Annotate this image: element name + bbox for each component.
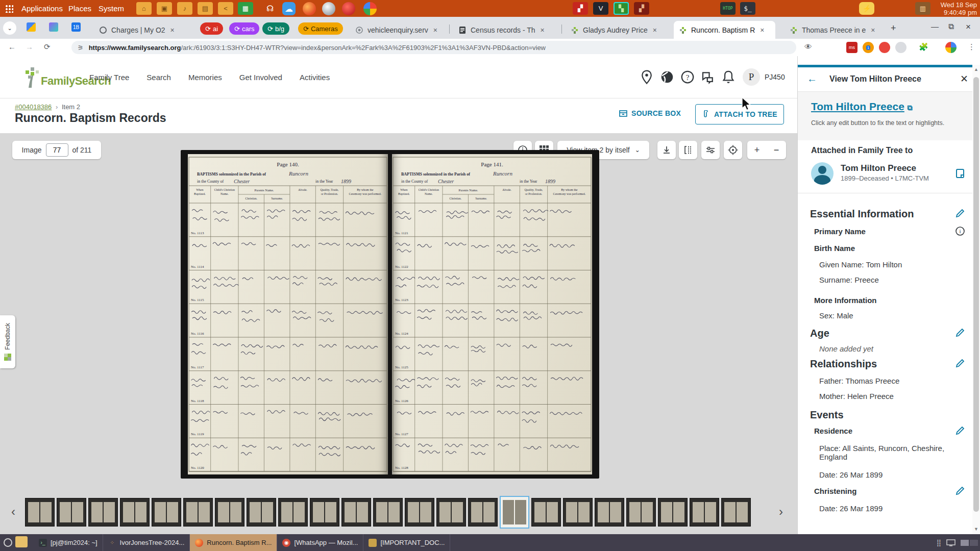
filmstrip-thumbnail[interactable] [468,498,498,527]
bookmark-app-icon[interactable] [49,22,58,32]
menu-applications[interactable]: Applications [17,0,67,17]
filmstrip-thumbnail[interactable] [183,498,213,527]
taskbar-grid-dots-icon[interactable]: ⣿ [936,539,941,546]
tab-vehicleenquiry[interactable]: vehicleenquiry.serv× [350,21,445,39]
panel-close-icon[interactable]: ✕ [960,73,968,85]
source-doc-icon[interactable] [955,168,965,179]
extension-pink-icon[interactable] [879,42,890,53]
person-avatar[interactable] [811,162,834,185]
menu-system[interactable]: System [94,0,128,17]
locate-button[interactable] [724,141,742,159]
taskbar-item-terminal[interactable]: ›_ [pj@tim2024: ~] [34,534,103,551]
back-arrow-icon[interactable]: ← [807,73,817,85]
zoom-in-button[interactable]: + [747,145,767,156]
notifications-bell-icon[interactable] [721,69,736,85]
nav-get-involved[interactable]: Get Involved [239,73,282,82]
cloud-icon[interactable]: ☁ [282,2,296,15]
url-address-bar[interactable]: ⚞ https://www.familysearch.org/ark:/6190… [71,41,796,54]
tab-close-icon[interactable]: × [433,26,437,34]
filmstrip-next-icon[interactable]: › [779,505,783,519]
extensions-puzzle-icon[interactable]: 🧩 [919,42,928,52]
tray-icon-v[interactable]: V [593,2,608,15]
tab-thomas-preece[interactable]: Thomas Preece in e× [785,21,881,39]
taskbar-item-important-doc[interactable]: [IMPORTANT_DOC... [363,534,450,551]
taskbar-item-ivorjonestree[interactable]: ⁘ IvorJonesTree-2024... [103,534,190,551]
filmstrip-thumbnail[interactable] [531,498,561,527]
tab-group-ai[interactable]: ⟳ai [200,22,223,35]
filmstrip-thumbnail[interactable] [88,498,118,527]
tab-charges-my-o2[interactable]: Charges | My O2× [94,21,188,39]
tab-gladys-audrey-price[interactable]: Gladys Audrey Price× [566,21,663,39]
variety-anchor-icon[interactable]: ☊ [262,2,278,15]
edit-pencil-icon[interactable] [955,425,965,436]
suitcase-avatar-icon[interactable]: ▥ [915,2,930,15]
filmstrip-thumbnail[interactable] [436,498,466,527]
music-folder-icon[interactable]: ♪ [177,2,192,15]
window-minimize-button[interactable]: — [931,22,939,31]
globe-icon[interactable] [659,69,675,85]
scrollbar-thumb[interactable] [973,77,979,512]
htop-icon[interactable]: HTOP [720,2,736,15]
nav-family-tree[interactable]: Family Tree [89,73,129,82]
edit-pencil-icon[interactable] [955,358,965,368]
tab-group-cameras[interactable]: ⟳Cameras [298,22,343,35]
filmstrip-thumbnail[interactable] [690,498,719,527]
menu-kebab-icon[interactable]: ⋮ [968,42,975,52]
filmstrip-thumbnail[interactable] [595,498,624,527]
filmstrip-thumbnail[interactable] [152,498,181,527]
bookmark-calendar-icon[interactable]: 1B [71,22,81,32]
feedback-tab[interactable]: Feedback [0,315,15,368]
taskbar-menu-icon[interactable] [0,538,15,547]
taskbar-item-runcorn-baptism[interactable]: Runcorn. Baptism R... [190,534,277,551]
tab-close-icon[interactable]: × [871,26,875,34]
filmstrip-thumbnail[interactable] [626,498,656,527]
filmstrip-thumbnail[interactable] [278,498,308,527]
filmstrip-thumbnail[interactable] [373,498,403,527]
filmstrip-thumbnail[interactable] [215,498,244,527]
edit-pencil-icon[interactable] [955,208,965,218]
breadcrumb-film-link[interactable]: #004018386 [15,103,52,111]
taskbar-files-icon[interactable] [15,536,34,549]
window-restore-button[interactable]: ⧉ [948,22,954,31]
tab-close-icon[interactable]: × [541,26,545,34]
messages-icon[interactable] [700,69,716,85]
filmstrip-thumbnail[interactable] [57,498,86,527]
help-icon[interactable]: ? [680,69,695,85]
extension-red-icon[interactable]: ms [846,42,857,53]
split-view-button[interactable] [679,141,697,159]
tab-group-bg[interactable]: ⟳b/g [262,22,289,35]
adjustments-button[interactable] [701,141,720,159]
tab-search-button[interactable]: ⌄ [3,21,16,35]
source-box-button[interactable]: SOURCE BOX [619,109,681,118]
tray-icon-red[interactable]: ▞ [573,2,588,15]
red-app-icon[interactable] [342,2,355,15]
bookmark-mail-icon[interactable] [27,22,36,32]
edit-pencil-icon[interactable] [955,328,965,338]
menu-places[interactable]: Places [64,0,95,17]
pictures-folder-icon[interactable]: ▣ [157,2,172,15]
gray-app-icon[interactable] [322,2,335,15]
display-icon[interactable] [946,539,955,546]
terminal-icon[interactable]: $_ [740,2,755,15]
tab-runcorn-baptism-active[interactable]: Runcorn. Baptism R× [674,21,775,39]
filmstrip-thumbnail[interactable] [563,498,593,527]
back-icon[interactable]: ← [8,42,16,51]
forward-icon[interactable]: → [26,42,33,51]
tab-close-icon[interactable]: × [760,26,764,34]
reload-icon[interactable]: ⟳ [44,42,51,52]
home-folder-icon[interactable]: ⌂ [136,2,152,15]
tab-close-icon[interactable]: × [653,26,657,34]
scroll-down-icon[interactable]: ▼ [974,527,978,532]
tracking-protection-icon[interactable]: 👁 [804,42,812,51]
firefox-icon[interactable] [303,2,316,15]
extension-orange-icon[interactable]: 1 [863,42,874,53]
tray-icon-green-selected[interactable]: ▚ [614,2,629,15]
nav-activities[interactable]: Activities [300,73,330,82]
spreadsheet-icon[interactable]: ▦ [238,2,253,15]
attached-person-name[interactable]: Tom Hilton Preece [841,163,916,173]
filmstrip-thumbnail[interactable] [721,498,751,527]
filmstrip-thumbnail[interactable] [310,498,339,527]
download-button[interactable] [657,141,676,159]
tab-close-icon[interactable]: × [170,26,175,34]
nav-memories[interactable]: Memories [188,73,222,82]
